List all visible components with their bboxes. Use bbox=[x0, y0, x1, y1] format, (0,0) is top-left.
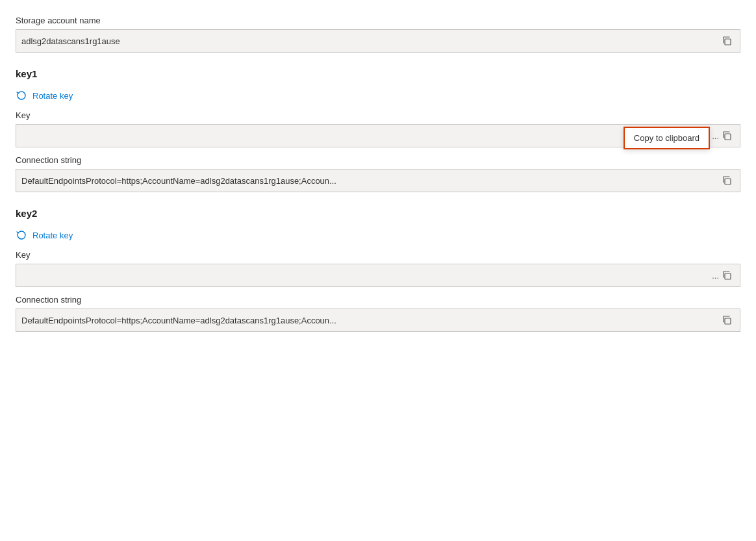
key2-section: key2 Rotate key Key ... Connection strin… bbox=[16, 208, 740, 332]
key1-connection-input[interactable] bbox=[21, 176, 719, 186]
key2-rotate-icon bbox=[16, 229, 27, 241]
key1-rotate-label: Rotate key bbox=[32, 91, 73, 101]
key1-key-input-row: ... Copy to clipboard bbox=[16, 124, 740, 147]
key2-connection-input-row bbox=[16, 308, 740, 332]
key2-key-input-row: ... bbox=[16, 264, 740, 287]
copy-icon-key1 bbox=[722, 131, 732, 141]
copy-to-clipboard-tooltip[interactable]: Copy to clipboard bbox=[624, 127, 710, 149]
key2-rotate-label: Rotate key bbox=[32, 231, 73, 240]
key1-key-input[interactable] bbox=[21, 131, 712, 141]
key1-key-copy-button[interactable] bbox=[719, 128, 735, 144]
key1-heading: key1 bbox=[16, 68, 740, 79]
key2-connection-copy-button[interactable] bbox=[719, 312, 735, 328]
key2-ellipsis: ... bbox=[712, 271, 719, 281]
key1-connection-label: Connection string bbox=[16, 155, 740, 165]
copy-icon bbox=[722, 36, 732, 46]
key1-key-label: Key bbox=[16, 110, 740, 120]
key2-heading: key2 bbox=[16, 208, 740, 219]
copy-icon-connection2 bbox=[722, 315, 732, 325]
key1-ellipsis: ... bbox=[712, 131, 719, 141]
key2-connection-input[interactable] bbox=[21, 316, 719, 325]
key1-section: key1 Rotate key Key ... Copy to clipboar… bbox=[16, 68, 740, 192]
svg-rect-4 bbox=[725, 318, 731, 324]
copy-icon-connection1 bbox=[722, 175, 732, 186]
key2-key-label: Key bbox=[16, 250, 740, 260]
svg-rect-2 bbox=[725, 179, 731, 184]
key2-key-copy-button[interactable] bbox=[719, 268, 735, 283]
copy-icon-key2 bbox=[722, 270, 732, 281]
key1-connection-copy-button[interactable] bbox=[719, 173, 735, 188]
key1-copy-container: Copy to clipboard bbox=[719, 128, 735, 144]
storage-account-input-row bbox=[16, 29, 740, 53]
key2-connection-label: Connection string bbox=[16, 295, 740, 305]
storage-account-label: Storage account name bbox=[16, 16, 740, 25]
key2-rotate-row[interactable]: Rotate key bbox=[16, 229, 740, 241]
svg-rect-1 bbox=[725, 134, 731, 140]
key2-key-input[interactable] bbox=[21, 271, 712, 281]
key1-rotate-row[interactable]: Rotate key bbox=[16, 90, 740, 101]
key1-rotate-icon bbox=[16, 90, 27, 101]
storage-account-section: Storage account name bbox=[16, 16, 740, 53]
key1-connection-input-row bbox=[16, 169, 740, 192]
storage-account-input[interactable] bbox=[21, 36, 719, 46]
storage-account-copy-button[interactable] bbox=[719, 33, 735, 49]
svg-rect-3 bbox=[725, 273, 731, 279]
svg-rect-0 bbox=[725, 39, 731, 45]
